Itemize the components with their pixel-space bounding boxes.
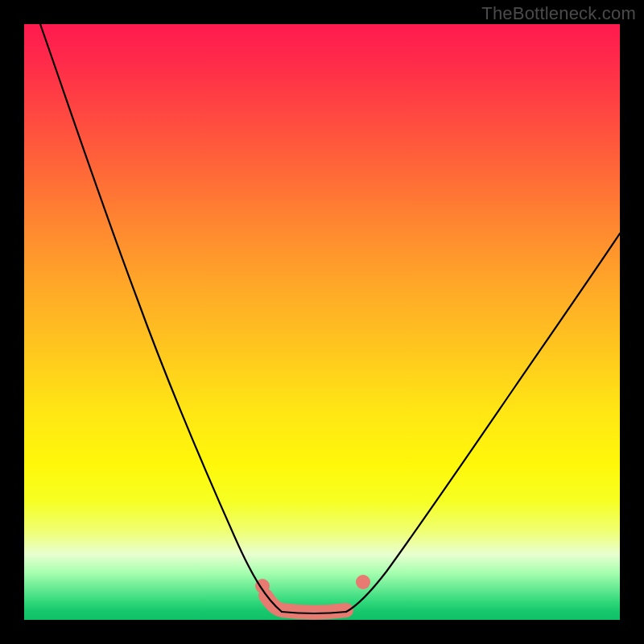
highlight-floor: [266, 596, 346, 613]
bottleneck-curve-right: [346, 233, 620, 612]
chart-svg: [24, 24, 620, 620]
plot-area: [24, 24, 620, 620]
bottleneck-curve-left: [40, 24, 282, 612]
watermark-label: TheBottleneck.com: [481, 3, 636, 24]
highlight-dot-right: [356, 575, 370, 589]
chart-frame: TheBottleneck.com: [0, 0, 644, 644]
